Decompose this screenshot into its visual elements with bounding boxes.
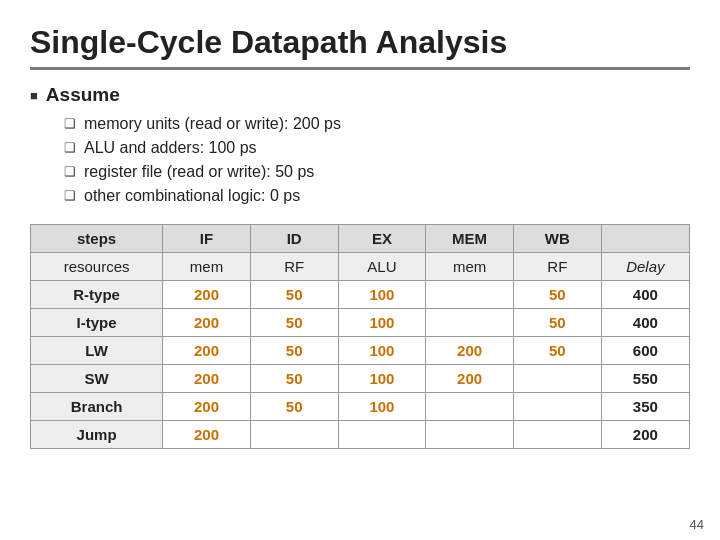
- cell-I-type-Delay: 400: [601, 309, 689, 337]
- res-MEM: mem: [426, 253, 514, 281]
- cell-Jump-MEM: [426, 421, 514, 449]
- cell-R-type-Delay: 400: [601, 281, 689, 309]
- cell-SW-IF: 200: [163, 365, 251, 393]
- cell-SW-EX: 100: [338, 365, 426, 393]
- cell-Branch-Delay: 350: [601, 393, 689, 421]
- cell-SW-Delay: 550: [601, 365, 689, 393]
- res-label: resources: [31, 253, 163, 281]
- col-WB: WB: [513, 225, 601, 253]
- table-row: I-type2005010050400: [31, 309, 690, 337]
- cell-LW-Delay: 600: [601, 337, 689, 365]
- table-header-row1: steps IF ID EX MEM WB: [31, 225, 690, 253]
- table-row: R-type2005010050400: [31, 281, 690, 309]
- table-body: R-type2005010050400I-type2005010050400LW…: [31, 281, 690, 449]
- cell-LW-MEM: 200: [426, 337, 514, 365]
- table-row: Branch20050100350: [31, 393, 690, 421]
- table-row: LW2005010020050600: [31, 337, 690, 365]
- table-row: Jump200200: [31, 421, 690, 449]
- bullet-section: Assume memory units (read or write): 200…: [30, 84, 690, 208]
- cell-Branch-MEM: [426, 393, 514, 421]
- cell-R-type-EX: 100: [338, 281, 426, 309]
- sub-bullet-3: register file (read or write): 50 ps: [64, 160, 690, 184]
- cell-Branch-ID: 50: [250, 393, 338, 421]
- page-number: 44: [690, 517, 704, 532]
- cell-R-type-WB: 50: [513, 281, 601, 309]
- table-row: SW20050100200550: [31, 365, 690, 393]
- cell-I-type-EX: 100: [338, 309, 426, 337]
- slide-title: Single-Cycle Datapath Analysis: [30, 24, 690, 70]
- cell-LW-ID: 50: [250, 337, 338, 365]
- sub-bullet-2: ALU and adders: 100 ps: [64, 136, 690, 160]
- col-IF: IF: [163, 225, 251, 253]
- col-ID: ID: [250, 225, 338, 253]
- sub-bullet-4: other combinational logic: 0 ps: [64, 184, 690, 208]
- cell-R-type-ID: 50: [250, 281, 338, 309]
- col-MEM: MEM: [426, 225, 514, 253]
- res-IF: mem: [163, 253, 251, 281]
- cell-SW-name: SW: [31, 365, 163, 393]
- cell-Jump-ID: [250, 421, 338, 449]
- cell-I-type-WB: 50: [513, 309, 601, 337]
- cell-Branch-WB: [513, 393, 601, 421]
- cell-Jump-EX: [338, 421, 426, 449]
- res-ID: RF: [250, 253, 338, 281]
- cell-LW-WB: 50: [513, 337, 601, 365]
- bullet-main: Assume: [30, 84, 690, 106]
- sub-bullet-1: memory units (read or write): 200 ps: [64, 112, 690, 136]
- col-EX: EX: [338, 225, 426, 253]
- cell-SW-MEM: 200: [426, 365, 514, 393]
- col-delay-header: [601, 225, 689, 253]
- cell-I-type-MEM: [426, 309, 514, 337]
- col-steps: steps: [31, 225, 163, 253]
- cell-R-type-name: R-type: [31, 281, 163, 309]
- cell-SW-WB: [513, 365, 601, 393]
- cell-Branch-EX: 100: [338, 393, 426, 421]
- cell-Jump-IF: 200: [163, 421, 251, 449]
- cell-I-type-name: I-type: [31, 309, 163, 337]
- datapath-table: steps IF ID EX MEM WB resources mem RF A…: [30, 224, 690, 449]
- res-WB: RF: [513, 253, 601, 281]
- cell-I-type-ID: 50: [250, 309, 338, 337]
- cell-Branch-IF: 200: [163, 393, 251, 421]
- cell-LW-IF: 200: [163, 337, 251, 365]
- res-EX: ALU: [338, 253, 426, 281]
- cell-LW-EX: 100: [338, 337, 426, 365]
- cell-Jump-name: Jump: [31, 421, 163, 449]
- cell-LW-name: LW: [31, 337, 163, 365]
- cell-I-type-IF: 200: [163, 309, 251, 337]
- cell-SW-ID: 50: [250, 365, 338, 393]
- cell-Branch-name: Branch: [31, 393, 163, 421]
- table-header-row2: resources mem RF ALU mem RF Delay: [31, 253, 690, 281]
- cell-R-type-MEM: [426, 281, 514, 309]
- sub-bullets-list: memory units (read or write): 200 ps ALU…: [64, 112, 690, 208]
- cell-Jump-Delay: 200: [601, 421, 689, 449]
- cell-Jump-WB: [513, 421, 601, 449]
- cell-R-type-IF: 200: [163, 281, 251, 309]
- res-delay: Delay: [601, 253, 689, 281]
